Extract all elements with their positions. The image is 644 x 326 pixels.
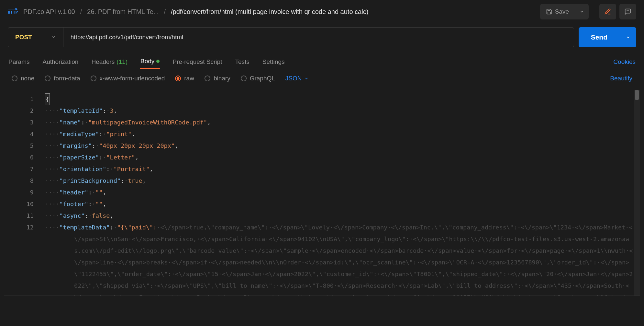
code-editor[interactable]: 123456789101112 { ····"templateId":·3,··… — [4, 90, 640, 296]
tab-params[interactable]: Params — [8, 55, 30, 69]
edit-button[interactable] — [599, 4, 616, 19]
tab-label: Settings — [262, 58, 285, 65]
save-button-group: Save — [540, 4, 589, 19]
tab-label: Pre-request Script — [172, 58, 222, 65]
send-label: Send — [591, 33, 607, 41]
radio-label: raw — [184, 75, 194, 82]
send-dropdown-caret[interactable] — [620, 27, 636, 47]
send-button[interactable]: Send — [579, 27, 620, 47]
body-radio-formdata[interactable]: form-data — [45, 75, 80, 82]
tab-label: Params — [8, 58, 29, 65]
body-radio-graphql[interactable]: GraphQL — [241, 75, 275, 82]
tab-headers[interactable]: Headers (11) — [91, 55, 128, 69]
radio-icon — [241, 76, 247, 81]
tab-count: (11) — [117, 58, 128, 65]
tab-label: Headers — [91, 58, 115, 65]
breadcrumb-api[interactable]: PDF.co API v.1.00 — [23, 8, 75, 16]
radio-icon — [205, 76, 210, 81]
url-input[interactable] — [63, 28, 574, 47]
body-radio-urlencoded[interactable]: x-www-form-urlencoded — [91, 75, 165, 82]
body-radio-raw[interactable]: raw — [175, 75, 194, 82]
http-icon: HTTP — [8, 8, 18, 16]
scrollbar-thumb[interactable] — [635, 90, 639, 100]
radio-label: form-data — [54, 75, 80, 82]
method-select[interactable]: POST — [8, 28, 63, 47]
radio-label: GraphQL — [250, 75, 275, 82]
tab-body[interactable]: Body — [140, 54, 160, 69]
tab-authorization[interactable]: Authorization — [42, 55, 79, 69]
send-button-group: Send — [579, 27, 636, 47]
topbar-divider — [594, 6, 594, 17]
radio-icon — [91, 76, 96, 81]
modified-dot-icon — [156, 60, 160, 63]
save-button[interactable]: Save — [540, 4, 575, 19]
code-area[interactable]: { ····"templateId":·3,····"name":·"multi… — [39, 90, 640, 296]
breadcrumb-separator: / — [164, 8, 166, 16]
tab-label: Body — [140, 58, 154, 65]
radio-icon — [12, 76, 17, 81]
raw-format-label: JSON — [285, 75, 302, 82]
breadcrumb-separator: / — [80, 8, 82, 16]
tab-tests[interactable]: Tests — [234, 55, 250, 69]
raw-format-dropdown[interactable]: JSON — [285, 75, 309, 82]
body-radio-binary[interactable]: binary — [205, 75, 230, 82]
line-gutter: 123456789101112 — [4, 90, 39, 296]
cookies-link[interactable]: Cookies — [613, 55, 636, 69]
beautify-button[interactable]: Beautify — [610, 75, 632, 82]
breadcrumb-request[interactable]: /pdf/convert/from/html (multi page invoi… — [171, 8, 368, 16]
tab-settings[interactable]: Settings — [262, 55, 285, 69]
chevron-down-icon — [51, 34, 56, 41]
body-radio-none[interactable]: none — [12, 75, 34, 82]
comment-button[interactable] — [619, 4, 636, 19]
tab-label: Authorization — [42, 58, 78, 65]
radio-label: none — [21, 75, 34, 82]
cursor-brace: { — [45, 93, 50, 105]
radio-icon — [45, 76, 50, 81]
breadcrumb-folder[interactable]: 26. PDF from HTML Te... — [87, 8, 159, 16]
radio-label: binary — [214, 75, 230, 82]
vertical-scrollbar[interactable] — [634, 90, 640, 296]
method-label: POST — [15, 34, 32, 41]
tab-prerequest[interactable]: Pre-request Script — [172, 55, 223, 69]
radio-label: x-www-form-urlencoded — [100, 75, 165, 82]
cookies-label: Cookies — [613, 58, 636, 65]
chevron-down-icon — [304, 76, 309, 81]
radio-icon — [175, 76, 181, 81]
breadcrumb: PDF.co API v.1.00 / 26. PDF from HTML Te… — [23, 8, 535, 16]
tab-label: Tests — [235, 58, 249, 65]
save-button-label: Save — [555, 8, 569, 15]
beautify-label: Beautify — [610, 75, 632, 82]
svg-text:HTTP: HTTP — [8, 10, 18, 15]
save-dropdown-caret[interactable] — [575, 4, 589, 19]
url-bar: POST — [8, 27, 574, 47]
